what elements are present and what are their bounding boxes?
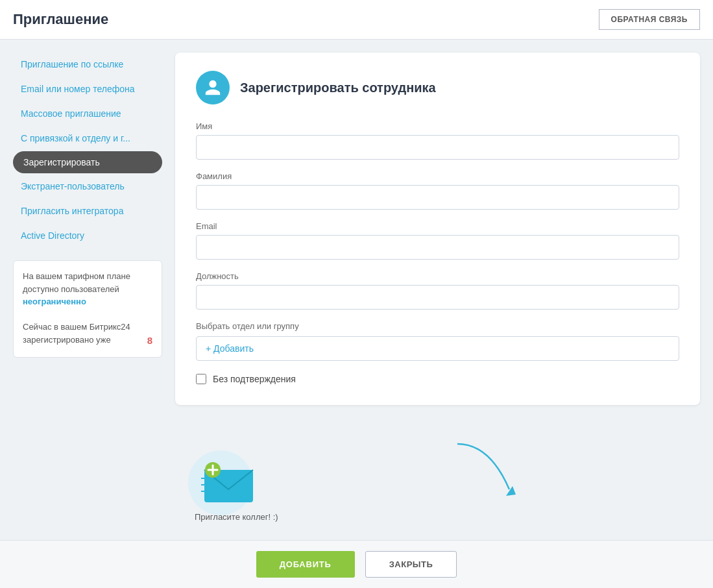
- form-header: Зарегистрировать сотрудника: [196, 71, 679, 104]
- email-input[interactable]: [196, 235, 679, 260]
- dept-box: + Добавить: [196, 336, 679, 361]
- no-confirm-checkbox[interactable]: [196, 374, 206, 384]
- last-name-group: Фамилия: [196, 171, 679, 210]
- sidebar-item-mass-invite[interactable]: Массовое приглашение: [13, 102, 162, 125]
- sidebar-item-active-directory[interactable]: Active Directory: [13, 224, 162, 247]
- main-content: Приглашение по ссылке Email или номер те…: [0, 40, 713, 540]
- user-icon: [204, 79, 222, 97]
- info-box-line1: На вашем тарифном плане доступно пользов…: [23, 270, 152, 295]
- position-group: Должность: [196, 271, 679, 310]
- envelope-icon: [201, 460, 260, 506]
- dept-group: Выбрать отдел или группу + Добавить: [196, 321, 679, 361]
- sidebar-item-register[interactable]: Зарегистрировать: [13, 151, 162, 173]
- form-title: Зарегистрировать сотрудника: [240, 80, 436, 95]
- first-name-input[interactable]: [196, 135, 679, 160]
- feedback-button[interactable]: ОБРАТНАЯ СВЯЗЬ: [599, 9, 700, 30]
- first-name-label: Имя: [196, 121, 679, 131]
- footer: ДОБАВИТЬ ЗАКРЫТЬ: [0, 540, 713, 588]
- register-form-card: Зарегистрировать сотрудника Имя Фамилия …: [175, 53, 700, 405]
- arrow-icon: [451, 437, 529, 502]
- first-name-group: Имя: [196, 121, 679, 160]
- email-label: Email: [196, 221, 679, 231]
- sidebar-item-dept-invite[interactable]: С привязкой к отделу и г...: [13, 127, 162, 150]
- add-dept-link[interactable]: + Добавить: [206, 343, 254, 354]
- sidebar: Приглашение по ссылке Email или номер те…: [13, 53, 162, 358]
- dept-label: Выбрать отдел или группу: [196, 321, 679, 331]
- registered-count: 8: [147, 334, 152, 349]
- sidebar-item-extranet[interactable]: Экстранет-пользователь: [13, 175, 162, 198]
- last-name-input[interactable]: [196, 185, 679, 210]
- page-title: Приглашение: [13, 11, 108, 28]
- illustration-area: Пригласите коллег! :): [175, 418, 700, 522]
- last-name-label: Фамилия: [196, 171, 679, 181]
- avatar: [196, 71, 230, 104]
- info-box-highlight: неограниченно: [23, 295, 152, 308]
- sidebar-item-email-invite[interactable]: Email или номер телефона: [13, 77, 162, 101]
- position-input[interactable]: [196, 285, 679, 310]
- info-box: На вашем тарифном плане доступно пользов…: [13, 260, 162, 358]
- close-button[interactable]: ЗАКРЫТЬ: [365, 551, 457, 578]
- email-group: Email: [196, 221, 679, 260]
- arrow-area: [292, 437, 687, 522]
- top-bar: Приглашение ОБРАТНАЯ СВЯЗЬ: [0, 0, 713, 40]
- checkbox-row: Без подтверждения: [196, 374, 679, 384]
- svg-marker-7: [506, 486, 516, 496]
- sidebar-item-link-invite[interactable]: Приглашение по ссылке: [13, 53, 162, 76]
- position-label: Должность: [196, 271, 679, 281]
- illustration-label: Пригласите коллег! :): [195, 512, 278, 522]
- checkbox-label[interactable]: Без подтверждения: [213, 374, 296, 384]
- add-button[interactable]: ДОБАВИТЬ: [256, 551, 355, 578]
- envelope-wrap: Пригласите коллег! :): [188, 444, 292, 522]
- sidebar-item-integrator[interactable]: Пригласить интегратора: [13, 199, 162, 223]
- info-box-line2: Сейчас в вашем Битрикс24 зарегистрирован…: [23, 321, 152, 346]
